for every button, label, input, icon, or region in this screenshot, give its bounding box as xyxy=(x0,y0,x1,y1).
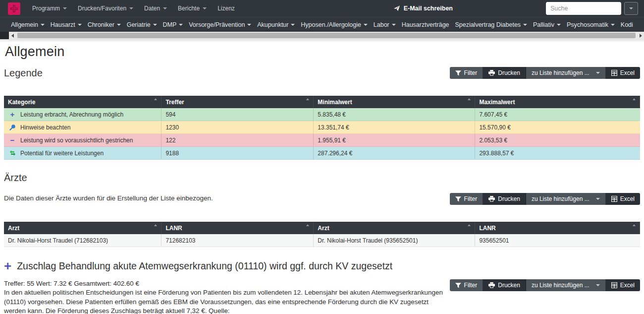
filter-button[interactable]: Filter xyxy=(450,193,483,205)
minimalwert-cell: 1.955,91 € xyxy=(314,134,475,146)
scrollbar-thumb[interactable] xyxy=(17,33,636,38)
menu-item-lizenz[interactable]: Lizenz xyxy=(217,5,235,12)
excel-button[interactable]: Excel xyxy=(606,279,640,291)
nav-item-akupunktur[interactable]: Akupunktur xyxy=(257,21,295,28)
nav-item-dmp[interactable]: DMP xyxy=(162,21,183,28)
legende-table: Kategorie Treffer Minimalwert Maximalwer… xyxy=(4,96,640,160)
drucken-button[interactable]: Drucken xyxy=(483,193,526,205)
nav-item-geriatrie[interactable]: Geriatrie xyxy=(127,21,157,28)
nav-item-spezialvertrag-diabetes[interactable]: Spezialvertrag Diabetes xyxy=(455,21,527,28)
maximalwert-cell: 293.888,57 € xyxy=(475,147,640,159)
chevron-down-icon xyxy=(596,72,600,74)
nav-item-vorsorge[interactable]: Vorsorge/Prävention xyxy=(189,21,251,28)
magnifier-icon xyxy=(8,124,17,130)
zu-liste-hinzufuegen-button[interactable]: zu Liste hinzufügen ... xyxy=(526,67,606,79)
nav-item-kodi[interactable]: Kodi xyxy=(621,21,633,28)
zu-liste-hinzufuegen-button[interactable]: zu Liste hinzufügen ... xyxy=(526,279,606,291)
excel-button[interactable]: Excel xyxy=(606,193,640,205)
sort-icon xyxy=(306,224,309,226)
printer-icon xyxy=(488,196,495,202)
scroll-left-button[interactable] xyxy=(9,32,16,39)
nav-item-allgemein[interactable]: Allgemein xyxy=(11,21,45,28)
chevron-down-icon xyxy=(596,284,600,286)
table-row: −Leistung wird so voraussichtlich gestri… xyxy=(4,134,640,147)
filter-button[interactable]: Filter xyxy=(450,279,483,291)
lanr-cell: 712682103 xyxy=(161,234,314,247)
printer-icon xyxy=(488,282,495,288)
table-row: Hinweise beachten 1230 13.351,74 € 15.57… xyxy=(4,121,640,134)
chevron-down-icon xyxy=(392,24,396,26)
chevron-down-icon xyxy=(523,24,527,26)
search-input[interactable] xyxy=(546,2,621,15)
drucken-button[interactable]: Drucken xyxy=(483,279,526,291)
column-header-arzt[interactable]: Arzt xyxy=(314,222,475,234)
zu-liste-hinzufuegen-button[interactable]: zu Liste hinzufügen ... xyxy=(526,193,606,205)
zuschlag-text: Treffer: 55 Wert: 7.32 € Gesamtwert: 402… xyxy=(4,279,450,314)
scrollbar-corner xyxy=(0,32,9,39)
table-grid-icon xyxy=(611,196,617,202)
sort-icon xyxy=(154,224,157,226)
table-grid-icon xyxy=(611,70,617,76)
zuschlag-body: In den aktuellen politischen Entscheidun… xyxy=(4,288,450,314)
kategorie-cell: −Leistung wird so voraussichtlich gestri… xyxy=(4,134,161,146)
maximalwert-cell: 7.607,45 € xyxy=(475,108,640,121)
column-header-treffer[interactable]: Treffer xyxy=(161,96,314,108)
sort-icon xyxy=(154,98,157,100)
main-menu: Programm Drucken/Favoriten Daten Bericht… xyxy=(32,5,235,12)
menu-item-berichte[interactable]: Berichte xyxy=(178,5,207,12)
nav-item-chroniker[interactable]: Chroniker xyxy=(88,21,121,28)
menu-item-daten[interactable]: Daten xyxy=(144,5,167,12)
funnel-icon xyxy=(455,283,461,288)
nav-item-labor[interactable]: Labor xyxy=(374,21,396,28)
excel-button[interactable]: Excel xyxy=(606,67,640,79)
nav-item-psychosomatik[interactable]: Psychosomatik xyxy=(567,21,615,28)
maximalwert-cell: 15.570,90 € xyxy=(475,121,640,133)
chevron-down-icon xyxy=(247,24,251,26)
table-row: Dr. Nikolai-Horst Traudel (712682103) 71… xyxy=(4,234,640,247)
drucken-button[interactable]: Drucken xyxy=(483,67,526,79)
paper-plane-icon xyxy=(393,5,400,12)
column-header-lanr[interactable]: LANR xyxy=(475,222,640,234)
chevron-down-icon xyxy=(117,24,121,26)
chevron-down-icon xyxy=(63,7,67,9)
plus-icon: + xyxy=(4,260,11,272)
table-row: +Leistung erbracht, Abrechnung möglich 5… xyxy=(4,108,640,121)
lanr-cell: 935652501 xyxy=(475,234,640,247)
filter-button[interactable]: Filter xyxy=(450,67,483,79)
arrow-right-icon xyxy=(640,34,642,38)
aerzte-table-header: Arzt LANR Arzt LANR xyxy=(4,222,640,234)
funnel-icon xyxy=(455,196,461,202)
nav-item-hausarzt[interactable]: Hausarzt xyxy=(51,21,82,28)
nav-item-palliativ[interactable]: Palliativ xyxy=(533,21,561,28)
column-header-arzt[interactable]: Arzt xyxy=(4,222,161,234)
search-area xyxy=(546,2,638,15)
aerzte-heading: Ärzte xyxy=(4,172,640,184)
aerzte-table: Arzt LANR Arzt LANR Dr. Nikolai-Horst Tr… xyxy=(4,222,640,247)
top-menubar: Programm Drucken/Favoriten Daten Bericht… xyxy=(0,0,644,17)
arzt-cell: Dr. Nikolai-Horst Traudel (712682103) xyxy=(4,234,161,247)
column-header-minimalwert[interactable]: Minimalwert xyxy=(314,96,475,108)
column-header-maximalwert[interactable]: Maximalwert xyxy=(475,96,640,108)
table-grid-icon xyxy=(611,282,617,288)
plus-icon: + xyxy=(8,111,17,118)
column-header-lanr[interactable]: LANR xyxy=(161,222,314,234)
search-options-button[interactable] xyxy=(624,2,638,15)
arrow-left-icon xyxy=(11,34,14,38)
scroll-right-button[interactable] xyxy=(637,32,644,39)
aerzte-toolbar: Filter Drucken zu Liste hinzufügen ... E… xyxy=(450,193,640,205)
treffer-cell: 594 xyxy=(161,108,314,121)
column-header-kategorie[interactable]: Kategorie xyxy=(4,96,161,108)
minimalwert-cell: 5.835,48 € xyxy=(314,108,475,121)
menu-item-drucken-favoriten[interactable]: Drucken/Favoriten xyxy=(78,5,133,12)
nav-item-hausarztvertraege[interactable]: Hausarztverträge xyxy=(402,21,449,28)
email-schreiben-button[interactable]: E-Mail schreiben xyxy=(393,5,453,12)
chevron-down-icon xyxy=(163,7,167,9)
minimalwert-cell: 13.351,74 € xyxy=(314,121,475,133)
content-top-shadow xyxy=(0,39,644,43)
horizontal-scrollbar xyxy=(0,32,644,39)
minus-icon: − xyxy=(8,136,17,144)
menu-item-programm[interactable]: Programm xyxy=(32,5,67,12)
nav-item-hyposen-allergologie[interactable]: Hyposen./Allergologie xyxy=(301,21,368,28)
table-row: Potential für weitere Leistungen 9188 28… xyxy=(4,147,640,160)
funnel-icon xyxy=(455,70,461,76)
